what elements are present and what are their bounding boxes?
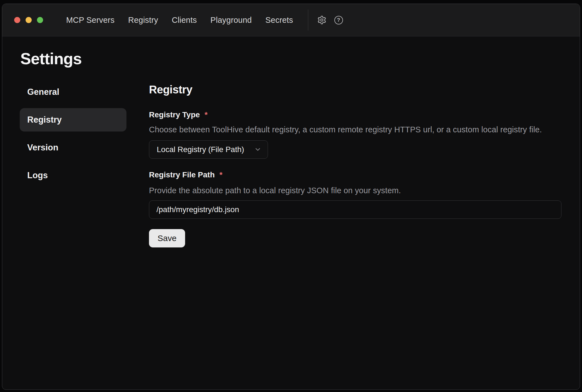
registry-file-path-label: Registry File Path — [149, 170, 215, 180]
nav-item-secrets[interactable]: Secrets — [265, 16, 293, 25]
sidebar-item-logs[interactable]: Logs — [20, 164, 126, 187]
titlebar-icons: ? — [317, 15, 343, 25]
registry-type-select-value: Local Registry (File Path) — [157, 145, 244, 154]
nav-item-mcp-servers[interactable]: MCP Servers — [66, 16, 115, 25]
close-window-button[interactable] — [14, 17, 20, 23]
required-marker: * — [205, 110, 208, 120]
required-marker: * — [220, 170, 223, 180]
sidebar-item-version[interactable]: Version — [20, 136, 126, 159]
titlebar-divider — [308, 9, 308, 31]
app-window: MCP Servers Registry Clients Playground … — [2, 4, 580, 390]
page-title: Settings — [20, 49, 580, 68]
gear-icon[interactable] — [317, 15, 327, 25]
registry-type-select[interactable]: Local Registry (File Path) — [149, 140, 268, 159]
top-nav: MCP Servers Registry Clients Playground … — [66, 16, 293, 25]
minimize-window-button[interactable] — [26, 17, 32, 23]
registry-file-path-input[interactable] — [149, 200, 561, 219]
window-controls — [2, 17, 43, 23]
field-registry-file-path: Registry File Path * Provide the absolut… — [149, 170, 561, 219]
settings-sidebar: General Registry Version Logs — [20, 80, 126, 187]
help-icon[interactable]: ? — [334, 16, 343, 24]
titlebar: MCP Servers Registry Clients Playground … — [2, 4, 580, 36]
sidebar-item-registry[interactable]: Registry — [20, 108, 126, 132]
settings-content: Registry Registry Type * Choose between … — [149, 80, 561, 248]
nav-item-clients[interactable]: Clients — [172, 16, 197, 25]
zoom-window-button[interactable] — [37, 17, 43, 23]
registry-type-label: Registry Type — [149, 110, 200, 120]
settings-layout: General Registry Version Logs Registry R… — [2, 80, 580, 248]
registry-type-description: Choose between ToolHive default registry… — [149, 125, 561, 135]
registry-file-path-description: Provide the absolute path to a local reg… — [149, 185, 561, 195]
chevron-down-icon — [254, 146, 262, 153]
sidebar-item-general[interactable]: General — [20, 80, 126, 104]
nav-item-registry[interactable]: Registry — [128, 16, 158, 25]
section-heading: Registry — [149, 83, 561, 96]
save-button[interactable]: Save — [149, 229, 185, 247]
field-registry-type: Registry Type * Choose between ToolHive … — [149, 110, 561, 159]
nav-item-playground[interactable]: Playground — [210, 16, 252, 25]
